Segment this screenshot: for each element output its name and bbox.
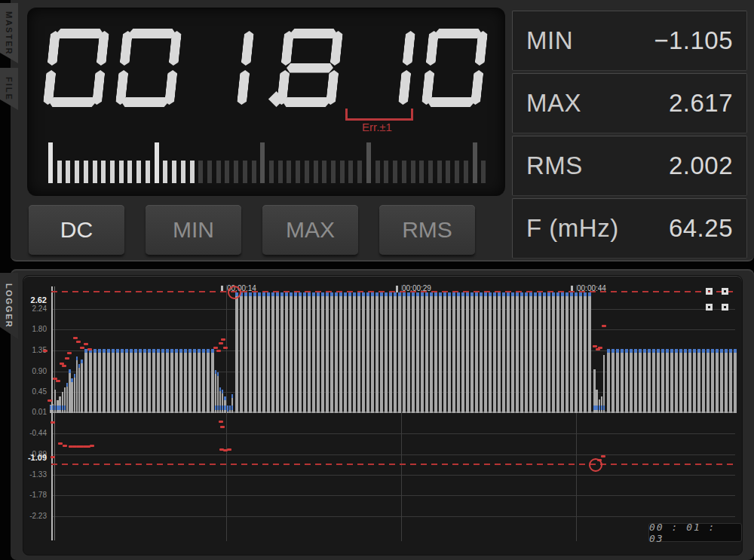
chart-bar-cap — [188, 349, 192, 353]
chart-bar — [734, 349, 737, 413]
chart-bar-cap — [443, 292, 446, 296]
chart-bar-cap — [224, 405, 225, 410]
chart-bar — [566, 292, 569, 413]
scatter-point — [62, 365, 66, 367]
chart-bar — [643, 349, 646, 413]
chart-bar-cap — [616, 349, 619, 353]
chart-bar-cap — [294, 292, 297, 296]
chart-bar-cap — [224, 396, 225, 400]
chart-bar — [525, 292, 528, 413]
chart-bar-cap — [344, 292, 347, 296]
chart-bar-cap — [534, 292, 537, 296]
chart-bar — [170, 349, 173, 413]
chart-bar — [207, 349, 210, 413]
chart-bar — [675, 349, 678, 413]
chart-bar-cap — [385, 292, 388, 296]
scatter-point — [65, 357, 69, 360]
chart-bar — [684, 349, 687, 413]
logger-chart[interactable]: 2.241.801.350.900.450.01-0.44-0.89-1.33-… — [0, 0, 754, 560]
chart-bar-cap — [425, 292, 428, 296]
y-axis-label: 0.01 — [20, 408, 47, 416]
chart-bar — [430, 292, 433, 413]
chart-bar — [380, 292, 383, 413]
chart-bar — [285, 292, 288, 413]
chart-bar-cap — [231, 394, 233, 398]
chart-bar-cap — [706, 349, 710, 353]
chart-bar-cap — [139, 349, 142, 353]
chart-bar-cap — [716, 349, 719, 353]
scatter-point — [602, 325, 606, 327]
chart-bar-cap — [198, 349, 201, 353]
chart-bar — [666, 349, 669, 413]
chart-bar — [588, 292, 591, 413]
chart-bar-cap — [675, 349, 678, 353]
chart-bar-cap — [202, 349, 205, 353]
chart-bar-cap — [394, 292, 397, 296]
chart-bar-cap — [611, 349, 615, 353]
y-axis-label: -1.78 — [20, 491, 47, 499]
chart-bar — [693, 349, 696, 413]
scatter-point — [87, 348, 92, 350]
chart-bar — [561, 292, 564, 413]
chart-bar-cap — [596, 405, 597, 410]
chart-bar-cap — [702, 349, 705, 353]
chart-bar-cap — [448, 292, 451, 296]
scatter-point — [80, 347, 84, 349]
chart-bar — [134, 349, 137, 413]
chart-bar — [198, 349, 201, 413]
session-start-line — [51, 286, 53, 540]
min-line — [51, 464, 735, 465]
chart-bar — [69, 369, 70, 413]
chart-bar — [271, 292, 274, 413]
scatter-point — [593, 345, 597, 347]
chart-bar — [720, 349, 723, 413]
chart-bar-cap — [412, 292, 415, 296]
chart-bar — [193, 349, 196, 413]
chart-bar-cap — [280, 292, 284, 296]
chart-bar-cap — [348, 292, 351, 296]
chart-bar — [706, 349, 710, 413]
chart-bar — [290, 292, 293, 413]
chart-bar — [148, 349, 151, 413]
chart-bar — [244, 292, 247, 413]
fullscreen-icon[interactable] — [706, 288, 728, 311]
chart-bar — [652, 349, 655, 413]
chart-bar-cap — [321, 292, 324, 296]
chart-bar-cap — [125, 349, 128, 353]
chart-bar — [188, 349, 192, 413]
chart-bar — [112, 349, 115, 413]
chart-bar-cap — [556, 292, 559, 296]
chart-bar — [425, 292, 428, 413]
chart-bar-cap — [643, 349, 646, 353]
chart-bar-cap — [570, 292, 573, 296]
chart-bar — [443, 292, 446, 413]
chart-bar-cap — [357, 292, 360, 296]
scatter-point — [48, 399, 52, 402]
chart-bar — [584, 292, 587, 413]
chart-bar — [575, 292, 578, 413]
chart-bar-cap — [725, 349, 728, 353]
chart-bar-cap — [398, 292, 401, 296]
scatter-point — [598, 347, 602, 349]
chart-bar — [448, 292, 451, 413]
chart-bar — [634, 349, 637, 413]
chart-bar — [611, 349, 615, 413]
chart-bar-cap — [452, 292, 455, 296]
chart-bar — [511, 292, 514, 413]
chart-bar-cap — [599, 405, 600, 410]
y-axis-label: -0.44 — [20, 429, 47, 437]
chart-bar — [385, 292, 388, 413]
chart-bar-cap — [317, 292, 320, 296]
chart-bar — [76, 357, 78, 413]
chart-bar-cap — [480, 292, 483, 296]
scatter-point — [213, 347, 218, 349]
grid-line-h — [51, 454, 735, 455]
chart-bar — [175, 349, 178, 413]
chart-bar-cap — [157, 349, 160, 353]
chart-bar-cap — [407, 292, 410, 296]
chart-bar — [630, 349, 633, 413]
chart-bar — [258, 292, 261, 413]
chart-bar — [480, 292, 483, 413]
chart-bar — [470, 292, 474, 413]
chart-bar-cap — [98, 349, 101, 353]
